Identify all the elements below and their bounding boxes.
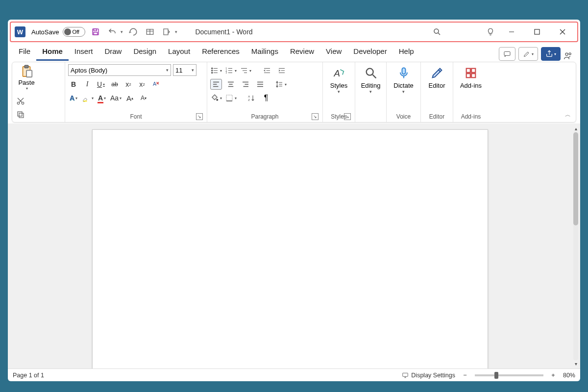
qat-icon-2[interactable] (160, 25, 173, 38)
tab-help[interactable]: Help (393, 44, 420, 61)
tab-developer[interactable]: Developer (347, 44, 392, 61)
borders-button[interactable]: ▾ (225, 93, 237, 103)
document-page[interactable] (92, 129, 488, 368)
svg-rect-6 (164, 29, 168, 35)
justify-button[interactable] (254, 79, 266, 90)
tab-layout[interactable]: Layout (162, 44, 196, 61)
share-button[interactable]: ▾ (541, 47, 561, 61)
display-settings-button[interactable]: Display Settings (401, 372, 455, 379)
svg-rect-78 (466, 69, 470, 73)
paragraph-launcher[interactable]: ↘ (312, 113, 318, 120)
paste-icon[interactable] (19, 64, 34, 79)
multilevel-list-button[interactable]: ▾ (240, 65, 251, 76)
styles-button[interactable]: A Styles▾ (325, 64, 353, 94)
collapse-ribbon-button[interactable]: ︿ (565, 111, 571, 119)
font-launcher[interactable]: ↘ (196, 113, 203, 120)
clear-formatting-button[interactable]: A (150, 79, 161, 90)
align-left-button[interactable] (210, 79, 222, 90)
zoom-level[interactable]: 80% (563, 372, 575, 379)
align-right-button[interactable] (240, 79, 251, 90)
decrease-indent-button[interactable] (261, 65, 273, 76)
word-app-icon: W (15, 26, 25, 37)
svg-rect-18 (24, 66, 28, 68)
qat-customize[interactable]: ▾ (175, 29, 177, 34)
group-clipboard: Paste ▾ Clipboard↘ (12, 62, 65, 122)
svg-point-16 (569, 53, 571, 55)
save-button[interactable] (89, 25, 102, 38)
editor-group-label: Editor (424, 112, 450, 121)
minimize-button[interactable] (501, 24, 522, 39)
shading-button[interactable]: ▾ (210, 93, 222, 103)
strikethrough-button[interactable]: ab (109, 79, 120, 90)
paste-label[interactable]: Paste (18, 79, 34, 86)
comments-button[interactable] (499, 47, 515, 61)
account-icon[interactable] (561, 51, 575, 61)
redo-button[interactable] (127, 25, 140, 38)
shrink-font-button[interactable]: A▾ (138, 93, 149, 103)
paragraph-group-label: Paragraph↘ (210, 112, 319, 121)
show-marks-button[interactable]: ¶ (260, 93, 272, 103)
font-group-label: Font↘ (68, 112, 204, 121)
superscript-button[interactable]: x2 (137, 79, 147, 90)
svg-rect-70 (226, 95, 232, 101)
ribbon: Paste ▾ Clipboard↘ Aptos (Body)▾ 11▾ (12, 62, 576, 122)
align-center-button[interactable] (225, 79, 237, 90)
addins-group-label: Add-ins (456, 112, 486, 121)
scroll-down-arrow-icon[interactable]: ▾ (573, 361, 579, 367)
underline-button[interactable]: U▾ (96, 79, 106, 90)
tab-references[interactable]: References (196, 44, 245, 61)
styles-launcher[interactable]: ↘ (344, 113, 351, 120)
editor-button[interactable]: Editor (423, 64, 451, 89)
voice-group-label: Voice (390, 112, 417, 121)
tab-mailings[interactable]: Mailings (245, 44, 284, 61)
highlight-button[interactable]: ▾ (82, 93, 94, 103)
increase-indent-button[interactable] (276, 65, 288, 76)
svg-point-34 (212, 70, 213, 71)
search-button[interactable] (427, 25, 447, 38)
copy-button[interactable] (15, 109, 26, 120)
tab-insert[interactable]: Insert (69, 44, 99, 61)
addins-button[interactable]: Add-ins (457, 64, 485, 89)
text-effects-button[interactable]: A▾ (68, 93, 79, 103)
tab-home[interactable]: Home (36, 44, 69, 61)
font-name-combo[interactable]: Aptos (Body)▾ (68, 64, 171, 76)
scroll-up-arrow-icon[interactable]: ▴ (573, 125, 579, 131)
svg-rect-31 (83, 100, 87, 101)
close-button[interactable] (552, 24, 573, 39)
zoom-in-button[interactable]: + (549, 372, 557, 379)
page-indicator[interactable]: Page 1 of 1 (13, 372, 44, 379)
document-title: Document1 - Word (195, 28, 252, 36)
editing-button[interactable]: Editing▾ (357, 64, 385, 94)
italic-button[interactable]: I (82, 79, 93, 90)
editing-mode-button[interactable]: ▾ (518, 47, 538, 61)
tab-file[interactable]: File (13, 44, 36, 61)
zoom-out-button[interactable]: − (461, 372, 469, 379)
undo-button[interactable] (106, 25, 119, 38)
line-spacing-button[interactable]: ▾ (275, 79, 287, 90)
autosave-toggle[interactable]: Off (63, 27, 85, 37)
zoom-slider[interactable] (475, 374, 543, 376)
tab-draw[interactable]: Draw (98, 44, 127, 61)
tab-review[interactable]: Review (284, 44, 320, 61)
svg-line-76 (372, 75, 376, 78)
qat-icon-1[interactable] (144, 25, 156, 38)
bullets-button[interactable]: ▾ (210, 65, 222, 76)
maximize-button[interactable] (526, 24, 548, 39)
change-case-button[interactable]: Aa▾ (110, 93, 122, 103)
font-size-combo[interactable]: 11▾ (173, 64, 196, 76)
bold-button[interactable]: B (68, 79, 79, 90)
undo-dropdown[interactable]: ▾ (121, 29, 123, 34)
dictate-button[interactable]: Dictate▾ (390, 64, 418, 94)
scroll-thumb[interactable] (573, 132, 578, 225)
vertical-scrollbar[interactable]: ▴ ▾ (572, 125, 579, 367)
sort-button[interactable]: AZ (245, 93, 257, 103)
tab-design[interactable]: Design (127, 44, 162, 61)
lightbulb-icon[interactable] (484, 25, 497, 38)
cut-button[interactable] (15, 96, 26, 106)
numbering-button[interactable]: 123▾ (225, 65, 237, 76)
subscript-button[interactable]: x2 (123, 79, 134, 90)
svg-point-69 (217, 99, 218, 100)
tab-view[interactable]: View (320, 44, 347, 61)
grow-font-button[interactable]: A▴ (124, 93, 135, 103)
font-color-button[interactable]: A▾ (97, 93, 107, 103)
